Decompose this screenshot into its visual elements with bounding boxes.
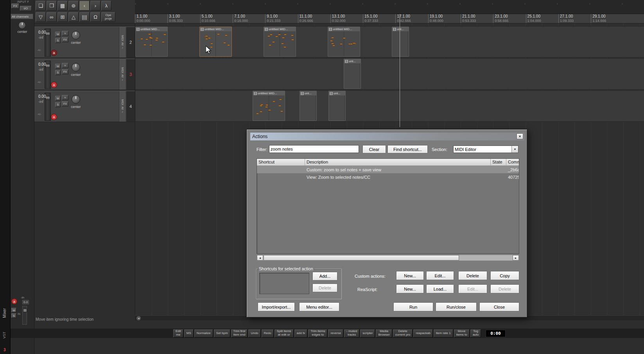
toolbar-button-media-browser[interactable]: Media Browser [376, 329, 392, 338]
delete-shortcut-button[interactable]: Delete [312, 284, 337, 292]
toolbar-button-add-fx[interactable]: add fx [294, 329, 308, 338]
clear-button[interactable]: Clear [362, 145, 386, 153]
close-icon[interactable]: ✕ [517, 133, 523, 139]
timeline-ruler[interactable]: 1.1.000:00.0003.1.000:05.3335.1.000:10.6… [135, 14, 644, 23]
media-item[interactable]: 1untitled MID... [328, 27, 360, 57]
fader-handle[interactable] [45, 64, 50, 68]
snap-spacing-button[interactable]: |||| [79, 12, 90, 22]
grid-settings-button[interactable]: ⊞ [57, 12, 68, 22]
media-item[interactable]: 1unt... [392, 27, 409, 57]
toolbar-button-trim-first-item-end[interactable]: Trim first item end [231, 329, 248, 338]
master-record-arm-button[interactable]: a [11, 298, 17, 304]
column-header-comm[interactable]: Comm [506, 159, 519, 165]
action-row[interactable]: Custom: zoom to sel notes + save view_2b… [257, 166, 519, 173]
master-pan-knob[interactable] [18, 22, 26, 29]
open-project-button[interactable]: ❒ [47, 1, 57, 11]
toolbar-button-scripter[interactable]: scripter [360, 329, 375, 338]
scroll-left-icon[interactable]: ◄ [257, 255, 263, 261]
toolbar-button-undo[interactable]: Undo [248, 329, 260, 338]
redo-button[interactable]: › [90, 1, 100, 11]
media-item[interactable]: 1untitled MID... [135, 27, 168, 57]
action-row[interactable]: View: Zoom to selected notes/CC40725 [257, 173, 519, 181]
scroll-right-icon[interactable]: ► [513, 255, 519, 261]
add-shortcut-button[interactable]: Add... [312, 272, 337, 280]
action-list-button[interactable]: λ [101, 1, 111, 11]
shortcut-list[interactable] [259, 273, 309, 294]
save-project-button[interactable]: ▦ [57, 1, 68, 11]
track-panel-4[interactable]: -42-0.00-infaMS≈FXcenterMIDI: All ♪4 [34, 91, 135, 122]
toolbar-button-move-items-to[interactable]: Move items to [454, 329, 470, 338]
midi-route-label[interactable]: MIDI: All ♪ [119, 91, 126, 122]
toolbar-button-ms[interactable]: MS [184, 329, 194, 338]
fader-handle[interactable] [45, 32, 50, 36]
scroll-left-icon[interactable]: ◄ [136, 316, 141, 320]
pan-knob[interactable] [72, 31, 80, 40]
filter-input[interactable] [269, 145, 359, 153]
mute-button[interactable]: M [55, 64, 61, 69]
master-volume-fader[interactable] [22, 306, 27, 325]
toolbar-button-tog-auto[interactable]: Tog auto [470, 329, 481, 338]
reascript-new-button[interactable]: New... [396, 284, 424, 293]
track-panel-3[interactable]: -42-0.00-infaMS≈FXcenterMIDI: All ♪3 [34, 59, 135, 90]
envelope-button[interactable]: ≈ [62, 95, 68, 100]
media-item[interactable]: 1untitled MID... [264, 27, 296, 57]
master-io-button[interactable]: I/O [20, 6, 32, 11]
master-solo-button[interactable]: S [11, 313, 16, 318]
custom-new-button[interactable]: New... [396, 271, 424, 280]
dialog-titlebar[interactable]: Actions ✕ [250, 133, 524, 140]
master-fx-button[interactable]: FX [11, 4, 19, 9]
midi-route-label[interactable]: MIDI: All ♪ [119, 27, 126, 58]
toolbar-button-set-bpm[interactable]: Set bpm [214, 329, 230, 338]
pan-knob[interactable] [72, 95, 80, 104]
snap-magnet-button[interactable]: Ω [90, 12, 100, 22]
find-shortcut-button[interactable]: Find shortcut... [387, 145, 428, 153]
pan-knob[interactable] [72, 63, 80, 72]
record-arm-button[interactable]: a [51, 114, 57, 120]
solo-button[interactable]: S [55, 70, 61, 75]
reascript-edit-button[interactable]: Edit... [458, 284, 487, 293]
mute-button[interactable]: M [55, 32, 61, 37]
edit-cursor[interactable] [400, 14, 400, 127]
chevron-down-icon[interactable]: ▼ [511, 146, 518, 153]
column-header-shortcut[interactable]: Shortcut [257, 159, 305, 165]
column-header-state[interactable]: State [491, 159, 506, 165]
mute-button[interactable]: M [55, 96, 61, 101]
custom-edit-button[interactable]: Edit... [426, 271, 454, 280]
solo-button[interactable]: S [55, 38, 61, 43]
track-number[interactable]: 4 [126, 91, 135, 122]
envelope-button[interactable]: ≈ [62, 31, 68, 36]
media-item-selected[interactable]: 1untitled MID... [199, 27, 232, 57]
import-export-button[interactable]: Import/export... [258, 302, 295, 311]
reascript-delete-button[interactable]: Delete [490, 284, 519, 293]
track-number[interactable]: 3 [126, 59, 135, 90]
solo-button[interactable]: S [55, 102, 61, 107]
toolbar-button-edit-me[interactable]: Edit me [173, 329, 183, 338]
toolbar-button-muted-tracks[interactable]: - muted tracks [344, 329, 359, 338]
action-list[interactable]: ShortcutDescriptionStateComm Custom: zoo… [257, 158, 519, 254]
fader-handle[interactable] [45, 96, 50, 100]
menu-editor-button[interactable]: Menu editor... [299, 302, 339, 311]
item-grouping-button[interactable]: ∞ [47, 12, 57, 22]
run-button[interactable]: Run [393, 302, 433, 311]
run-close-button[interactable]: Run/close [436, 302, 477, 311]
toolbar-button-normalize[interactable]: Normalize [194, 329, 213, 338]
toolbar-button-item-rate-1[interactable]: item rate 1 [434, 329, 453, 338]
toolbar-button-split-items-at-edit-or[interactable]: Split items at edit or [274, 329, 294, 338]
toolbar-button-redo[interactable]: Redo [262, 329, 274, 338]
undo-button[interactable]: ‹ [79, 1, 90, 11]
media-item[interactable]: 1unt... [344, 59, 361, 89]
media-item[interactable]: 1unt... [300, 91, 317, 121]
column-header-description[interactable]: Description [305, 159, 491, 165]
record-arm-button[interactable]: a [51, 82, 57, 88]
envelope-button[interactable]: ≈ [62, 63, 68, 68]
toolbar-button-delete-current-pro[interactable]: Delete current pro [393, 329, 413, 338]
all-channels-selector[interactable]: All channels [11, 14, 33, 19]
track-panel-2[interactable]: -42-0.00-infaMS≈FXcenterMIDI: All ♪2 [34, 27, 135, 58]
project-settings-button[interactable]: ⊚ [68, 1, 79, 11]
envelope-tool-button[interactable]: △ [68, 12, 79, 22]
open-project-text-button[interactable]: Ope proje [101, 12, 115, 22]
custom-delete-button[interactable]: Delete [458, 271, 487, 280]
toolbar-button-reverse[interactable]: reverse [328, 329, 343, 338]
media-item[interactable]: 1untitled MID... [253, 91, 285, 121]
custom-copy-button[interactable]: Copy [490, 271, 519, 280]
